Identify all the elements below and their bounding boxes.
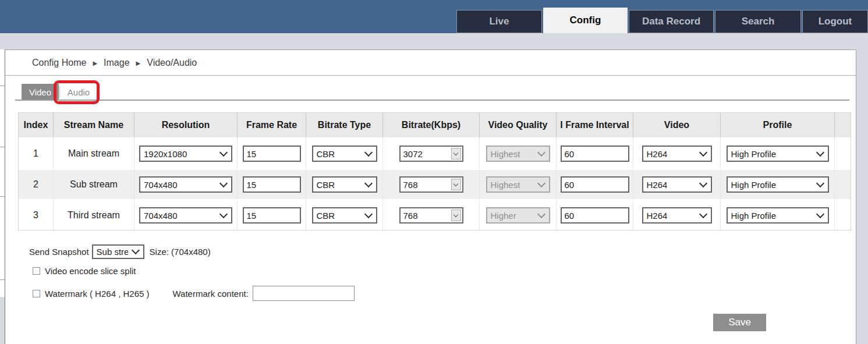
table-row: 1 Main stream 1920x1080 CBR 3072 Highest… [19, 139, 851, 170]
snapshot-size-label: Size: (704x480) [150, 247, 211, 257]
divider [59, 86, 60, 98]
divider [5, 75, 856, 76]
i-frame-interval-input[interactable] [561, 207, 629, 224]
watermark-content-label: Watermark content: [173, 289, 249, 299]
column-header-frame-rate: Frame Rate [238, 113, 306, 139]
column-header-bitrate-kbps: Bitrate(Kbps) [383, 113, 480, 139]
watermark-label: Watermark ( H264 , H265 ) [45, 289, 150, 299]
left-frame-strip-bottom [0, 297, 5, 344]
frame-rate-input[interactable] [243, 207, 301, 224]
nav-tab-bar: Live Config Data Record Search Logout [456, 0, 868, 33]
profile-select[interactable]: High Profile [727, 146, 829, 162]
chevron-down-icon [816, 179, 824, 187]
watermark-checkbox[interactable] [33, 290, 40, 297]
chevron-down-icon [537, 148, 545, 157]
left-frame-strip [0, 49, 5, 297]
spacer-cell [835, 201, 851, 230]
index-cell: 3 [19, 201, 54, 230]
column-header-bitrate-type: Bitrate Type [306, 113, 383, 139]
chevron-down-icon [364, 210, 372, 218]
bitrate-combobox[interactable]: 768 [399, 176, 463, 193]
chevron-down-icon [219, 210, 228, 218]
i-frame-interval-input[interactable] [561, 176, 629, 193]
save-button[interactable]: Save [713, 314, 766, 331]
nav-tab-config[interactable]: Config [543, 8, 628, 33]
chevron-down-icon[interactable] [451, 179, 461, 190]
divider [0, 86, 5, 86]
slice-split-row: Video encode slice split [33, 266, 136, 276]
chevron-down-icon[interactable] [451, 210, 461, 221]
breadcrumb-image[interactable]: Image [104, 58, 129, 68]
frame-rate-input[interactable] [243, 146, 301, 162]
nav-tab-logout[interactable]: Logout [802, 10, 868, 33]
watermark-row: Watermark ( H264 , H265 ) Watermark cont… [33, 286, 355, 301]
stream-name-cell: Sub stream [54, 170, 134, 201]
divider [0, 279, 5, 280]
column-header-profile: Profile [721, 113, 835, 139]
breadcrumb-video-audio: Video/Audio [147, 58, 197, 68]
watermark-content-input[interactable] [253, 286, 355, 301]
chevron-down-icon [364, 148, 372, 157]
table-row: 3 Third stream 704x480 CBR 768 Higher H2… [19, 201, 851, 230]
frame-rate-input[interactable] [243, 176, 301, 193]
breadcrumb-arrow-icon: ▶ [93, 60, 97, 66]
spacer-cell [835, 139, 851, 170]
snapshot-stream-select[interactable]: Sub stream [92, 244, 144, 259]
column-header-resolution: Resolution [134, 113, 238, 139]
chevron-down-icon [364, 179, 372, 187]
nav-tab-search[interactable]: Search [715, 10, 801, 33]
nav-tab-data-record[interactable]: Data Record [629, 10, 714, 33]
table-row: 2 Sub stream 704x480 CBR 768 Highest H26… [19, 170, 851, 201]
tab-audio[interactable]: Audio [61, 84, 96, 100]
content-panel: Config Home ▶ Image ▶ Video/Audio Video … [5, 49, 856, 344]
chevron-down-icon [219, 148, 228, 157]
bitrate-type-select[interactable]: CBR [312, 146, 377, 162]
chevron-down-icon [219, 179, 228, 187]
video-codec-select[interactable]: H264 [642, 146, 712, 162]
column-header-video: Video [633, 113, 721, 139]
divider [0, 147, 5, 147]
bitrate-combobox[interactable]: 3072 [399, 146, 463, 162]
chevron-down-icon [699, 210, 707, 218]
video-quality-select: Higher [486, 207, 550, 224]
breadcrumb-config-home[interactable]: Config Home [32, 58, 86, 68]
send-snapshot-label: Send Snapshot [29, 247, 89, 257]
divider [0, 196, 5, 197]
column-header-i-frame-interval: I Frame Interval [557, 113, 633, 139]
table-header-row: Index Stream Name Resolution Frame Rate … [19, 113, 851, 139]
chevron-down-icon[interactable] [451, 148, 461, 159]
breadcrumb-arrow-icon: ▶ [136, 60, 141, 66]
nav-tab-live[interactable]: Live [456, 10, 542, 33]
index-cell: 2 [19, 170, 54, 201]
column-header-stream-name: Stream Name [54, 113, 134, 139]
video-encode-slice-split-checkbox[interactable] [33, 267, 40, 275]
chevron-down-icon [816, 148, 824, 157]
stream-name-cell: Main stream [54, 139, 134, 170]
bitrate-type-select[interactable]: CBR [312, 207, 377, 224]
tab-video[interactable]: Video [22, 84, 59, 100]
video-codec-select[interactable]: H264 [642, 176, 712, 193]
video-quality-select: Highest [486, 146, 550, 162]
resolution-select[interactable]: 1920x1080 [139, 146, 232, 162]
breadcrumb: Config Home ▶ Image ▶ Video/Audio [32, 58, 197, 68]
spacer-cell [835, 170, 851, 201]
video-codec-select[interactable]: H264 [642, 207, 712, 224]
chevron-down-icon [537, 179, 545, 187]
chevron-down-icon [132, 246, 140, 254]
bitrate-combobox[interactable]: 768 [399, 207, 463, 224]
bitrate-type-select[interactable]: CBR [312, 176, 377, 193]
page-gutter-top [0, 33, 868, 49]
chevron-down-icon [537, 210, 545, 218]
resolution-select[interactable]: 704x480 [139, 176, 232, 193]
index-cell: 1 [19, 139, 54, 170]
i-frame-interval-input[interactable] [561, 146, 629, 162]
stream-name-cell: Third stream [54, 201, 134, 230]
chevron-down-icon [699, 179, 707, 187]
scrollbar-track[interactable] [856, 49, 868, 344]
column-header-index: Index [19, 113, 54, 139]
resolution-select[interactable]: 704x480 [139, 207, 232, 224]
chevron-down-icon [699, 148, 707, 157]
video-quality-select: Highest [486, 176, 550, 193]
profile-select[interactable]: High Profile [727, 207, 829, 224]
profile-select[interactable]: High Profile [727, 176, 829, 193]
